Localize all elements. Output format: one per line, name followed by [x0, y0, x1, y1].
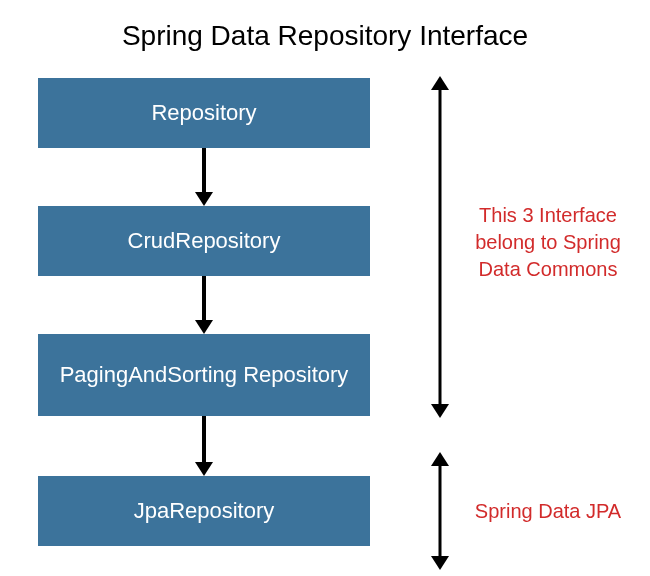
annotation-commons: This 3 Interface belong to Spring Data C…	[458, 202, 638, 283]
box-repository: Repository	[38, 78, 370, 148]
box-paging-label: PagingAndSorting Repository	[60, 362, 349, 388]
box-crud-label: CrudRepository	[128, 228, 281, 254]
bracket-spring-data-commons	[431, 78, 449, 416]
box-crud-repository: CrudRepository	[38, 206, 370, 276]
arrow-repository-to-crud	[198, 148, 210, 206]
box-paging-repository: PagingAndSorting Repository	[38, 334, 370, 416]
arrow-paging-to-jpa	[198, 416, 210, 476]
bracket-spring-data-jpa	[431, 454, 449, 568]
annotation-jpa: Spring Data JPA	[458, 498, 638, 525]
arrow-crud-to-paging	[198, 276, 210, 334]
box-jpa-label: JpaRepository	[134, 498, 275, 524]
diagram-title: Spring Data Repository Interface	[0, 20, 650, 52]
box-repository-label: Repository	[151, 100, 256, 126]
box-jpa-repository: JpaRepository	[38, 476, 370, 546]
